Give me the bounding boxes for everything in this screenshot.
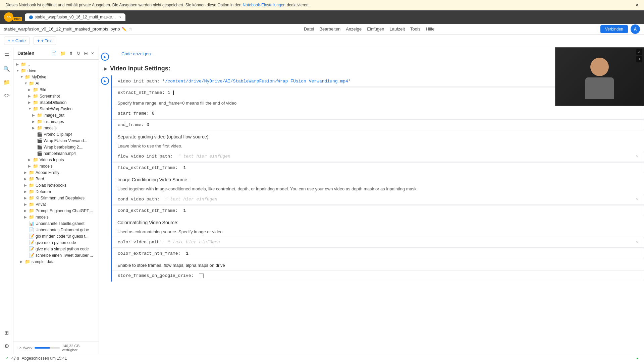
tree-item-screenshot[interactable]: ▶ 📁 Screenshot: [13, 93, 99, 99]
header-right: Verbinden A: [600, 24, 640, 34]
item-label: init_images: [44, 119, 64, 124]
separate-video-subtitle: Leave blank to use the first video.: [112, 141, 644, 150]
status-bar: ✓ 47 s Abgeschlossen um 15:41 ●: [0, 354, 644, 362]
item-label: KI Stimmen und Deepfakes: [36, 196, 85, 200]
val-start-frame[interactable]: 0: [152, 111, 155, 116]
code-anzeigen-link[interactable]: Code anzeigen: [116, 49, 156, 58]
tree-item-gib-mir[interactable]: ▶ 📝 gib mir den code für guess t...: [13, 233, 99, 239]
tree-item-give-python[interactable]: ▶ 📝 give me a python code: [13, 239, 99, 246]
tree-item-bild[interactable]: ▶ 📁 Bild: [13, 86, 99, 93]
minimize-sidebar-btn[interactable]: ⊟: [83, 50, 89, 57]
user-avatar[interactable]: A: [631, 24, 640, 34]
tree-item-stablediffusion[interactable]: ▶ 📁 StableDiffusion: [13, 99, 99, 106]
tree-item-videos-inputs[interactable]: ▶ 📁 Videos Inputs: [13, 157, 99, 163]
item-label: StableWarpFusion: [40, 107, 72, 111]
val-cond-video[interactable]: " text hier einfügen: [165, 197, 217, 202]
store-frames-row: store_frames_on_google_drive:: [112, 270, 644, 281]
item-label: give me a simpel python code: [36, 247, 89, 251]
arrow-icon: ▶: [24, 171, 28, 174]
files-icon[interactable]: 📁: [1, 77, 12, 87]
tree-item-drive[interactable]: ▼ 📁 drive: [13, 67, 99, 74]
tree-item-wrap2[interactable]: ▶ 🎬 Wrap bearbeitung 2....: [13, 144, 99, 150]
menu-hilfe[interactable]: Hilfe: [424, 26, 436, 32]
tab-close-btn[interactable]: ×: [119, 15, 121, 19]
pencil-icon[interactable]: ✏️: [122, 27, 127, 32]
tree-item-wrap[interactable]: ▶ 🎬 Wrap FUsion Verwand...: [13, 137, 99, 144]
val-cond-extract[interactable]: 1: [183, 208, 186, 213]
content-area[interactable]: ⤢ ⋮ ▶ Code anzeigen ▶ Video Input Settin…: [99, 47, 644, 354]
key-start-frame: start_frame:: [118, 111, 149, 116]
val-end-frame[interactable]: 0: [147, 122, 149, 127]
tree-item-stablewarpfusion[interactable]: ▼ 📁 StableWarpFusion: [13, 106, 99, 112]
search-icon[interactable]: 🔍: [1, 63, 12, 74]
run-circle[interactable]: ▶: [101, 53, 109, 61]
tree-item-dotdot[interactable]: ▶ 📁 ..: [13, 61, 99, 67]
sidebar-header: Dateien 📄 📁 ⬆ ↻ ⊟ ×: [13, 47, 99, 60]
add-code-button[interactable]: + + Code: [4, 37, 30, 45]
tree-item-adobe-firefly[interactable]: ▶ 📁 Adobe Firefly: [13, 169, 99, 176]
add-text-button[interactable]: + + Text: [34, 37, 56, 45]
tree-item-give-simpel[interactable]: ▶ 📝 give me a simpel python code: [13, 246, 99, 252]
new-file-btn[interactable]: 📄: [50, 50, 57, 57]
active-tab[interactable]: 🔵 stable_warpfusion_v0_16_12_multi_maske…: [25, 13, 125, 21]
tree-item-ki-stimmen[interactable]: ▶ 📁 KI Stimmen und Deepfakes: [13, 195, 99, 201]
tree-item-unbenannte-tabelle[interactable]: ▶ 📊 Unbenannte Tabelle.gsheet: [13, 220, 99, 227]
tree-item-promo[interactable]: ▶ 🎬 Promo Clip.mp4: [13, 131, 99, 137]
menu-laufzeit[interactable]: Laufzeit: [388, 26, 407, 32]
tree-item-sample-data[interactable]: ▶ 📁 sample_data: [13, 258, 99, 265]
tree-item-prompt-engineering[interactable]: ▶ 📁 Prompt Engineering ChatGPT,...: [13, 207, 99, 214]
tree-item-models-swf[interactable]: ▶ 📁 models: [13, 125, 99, 131]
tree-item-colab-notebooks[interactable]: ▶ 📁 Colab Notebooks: [13, 182, 99, 188]
gsheet-icon: 📊: [29, 221, 34, 226]
menu-tools[interactable]: Tools: [408, 26, 422, 32]
flow-extract-nth-frame-row: flow_extract_nth_frame: 1: [112, 162, 644, 173]
close-sidebar-btn[interactable]: ×: [91, 50, 95, 57]
terminal-icon[interactable]: ⊞: [1, 327, 12, 338]
val-extract-nth[interactable]: 1: [167, 90, 170, 95]
notebook-settings-link[interactable]: Notebook-Einstellungen: [243, 3, 285, 7]
tree-item-unbenanntes-dokument[interactable]: ▶ 📄 Unbenanntes Dokument.gdoc: [13, 227, 99, 233]
star-icon[interactable]: ☆: [129, 27, 132, 32]
notification-close[interactable]: ×: [636, 2, 639, 8]
code-icon[interactable]: <>: [1, 90, 12, 101]
menu-icon[interactable]: ☰: [1, 50, 12, 61]
item-label: Screenshot: [40, 94, 60, 99]
arrow-icon: ▶: [32, 120, 36, 123]
menu-bearbeiten[interactable]: Bearbeiten: [317, 26, 342, 32]
tree-item-images-out[interactable]: ▶ 📁 images_out: [13, 112, 99, 118]
tree-item-privat[interactable]: ▶ 📁 Privat: [13, 201, 99, 207]
run-circle-video[interactable]: ▶: [101, 77, 109, 85]
val-video-init[interactable]: '/content/drive/MyDrive/AI/StableWarpFus…: [162, 79, 351, 84]
webcam-more-btn[interactable]: ⋮: [636, 56, 642, 62]
menu-anzeige[interactable]: Anzeige: [344, 26, 364, 32]
webcam-expand-btn[interactable]: ⤢: [636, 49, 642, 55]
text-label: + Text: [41, 38, 53, 43]
item-label: drive: [28, 68, 36, 73]
tree-item-init-images[interactable]: ▶ 📁 init_images: [13, 118, 99, 125]
item-label: hampelmann.mp4: [44, 151, 76, 156]
connect-button[interactable]: Verbinden: [600, 25, 628, 33]
folder-icon: 📁: [29, 202, 34, 207]
checkbox-val[interactable]: [199, 274, 204, 278]
settings-icon[interactable]: ⚙: [1, 341, 12, 351]
key-video-init: video_init_path:: [118, 79, 160, 84]
val-flow-extract[interactable]: 1: [183, 165, 186, 170]
upload-btn[interactable]: ⬆: [68, 50, 74, 57]
val-flow-video[interactable]: " text hier einfügen: [178, 154, 230, 159]
tree-item-hampelmann[interactable]: ▶ 🎬 hampelmann.mp4: [13, 150, 99, 157]
flow-video-init-path-row: flow_video_init_path: " text hier einfüg…: [112, 151, 644, 162]
tree-item-deforum[interactable]: ▶ 📁 Deforum: [13, 188, 99, 195]
tree-item-ai[interactable]: ▼ 📁 AI: [13, 80, 99, 86]
tree-item-models3[interactable]: ▶ 📁 models: [13, 214, 99, 220]
menu-einfuegen[interactable]: Einfügen: [365, 26, 386, 32]
storage-bar: [35, 347, 60, 349]
tree-item-bard[interactable]: ▶ 📁 Bard: [13, 176, 99, 182]
menu-datei[interactable]: Datei: [302, 26, 316, 32]
val-color-extract[interactable]: 1: [186, 251, 189, 256]
tree-item-schreibe[interactable]: ▶ 📝 schreibe einen Tweet darüber ...: [13, 252, 99, 258]
refresh-btn[interactable]: ↻: [76, 50, 81, 57]
tree-item-mydrive[interactable]: ▼ 📁 MyDrive: [13, 74, 99, 80]
val-color-video[interactable]: " text hier einfügen: [168, 240, 220, 245]
new-folder-btn[interactable]: 📁: [59, 50, 66, 57]
tree-item-models2[interactable]: ▶ 📁 models: [13, 163, 99, 169]
